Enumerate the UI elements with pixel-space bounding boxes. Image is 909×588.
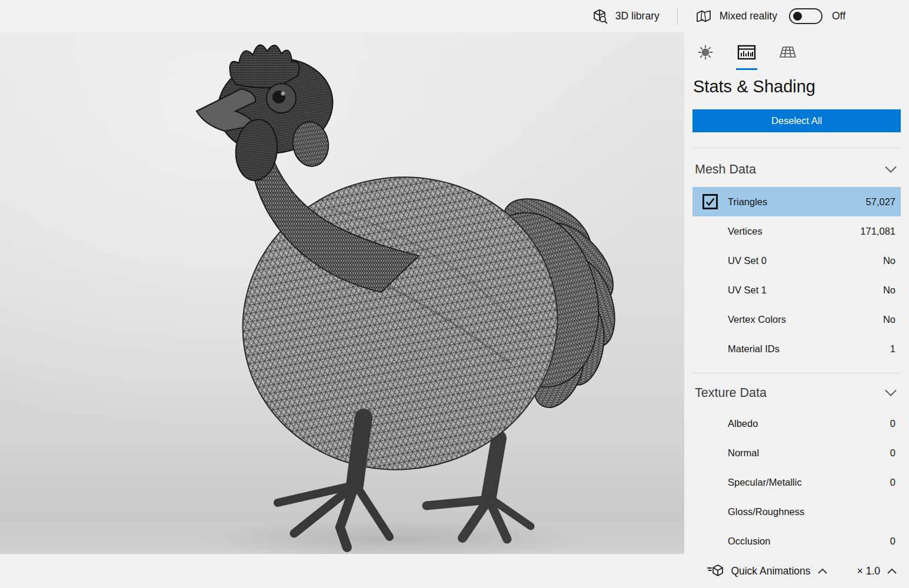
chevron-up-icon xyxy=(817,567,828,574)
chevron-down-icon xyxy=(884,389,897,397)
active-tab-underline xyxy=(736,68,757,70)
mixed-reality-state-label: Off xyxy=(832,10,845,22)
stat-value: 0 xyxy=(890,418,895,429)
mixed-reality-button[interactable]: Mixed reality xyxy=(690,5,778,28)
stat-row-uv-set-1[interactable]: UV Set 1 No xyxy=(692,275,901,305)
3d-library-button[interactable]: 3D library xyxy=(586,5,665,28)
stat-row-uv-set-0[interactable]: UV Set 0 No xyxy=(692,246,901,275)
sun-icon xyxy=(697,44,714,61)
quick-animations-label: Quick Animations xyxy=(731,565,810,577)
3d-cube-search-icon xyxy=(592,8,608,24)
3d-viewer-app: 3D library Mixed reality Off xyxy=(0,0,909,588)
stat-label: UV Set 0 xyxy=(728,255,767,266)
mixed-reality-toggle[interactable] xyxy=(789,8,823,24)
deselect-all-button[interactable]: Deselect All xyxy=(692,109,901,132)
stat-row-vertex-colors[interactable]: Vertex Colors No xyxy=(692,305,901,334)
bar-chart-window-icon xyxy=(737,44,756,61)
topbar-divider xyxy=(677,8,678,25)
texture-data-title: Texture Data xyxy=(695,386,767,400)
checked-checkbox-icon[interactable] xyxy=(702,194,718,209)
stat-label: Material IDs xyxy=(728,343,780,355)
stat-row-triangles[interactable]: Triangles 57,027 xyxy=(692,187,901,216)
stat-label: Specular/Metallic xyxy=(728,477,802,488)
stat-value: 0 xyxy=(890,477,895,488)
stat-label: Gloss/Roughness xyxy=(728,506,804,517)
playback-speed-button[interactable]: × 1.0 xyxy=(854,564,901,578)
topbar: 3D library Mixed reality Off xyxy=(0,0,909,32)
stat-label: Vertices xyxy=(728,226,763,237)
toggle-knob xyxy=(793,12,802,21)
3d-viewport[interactable] xyxy=(0,32,684,554)
stat-row-vertices[interactable]: Vertices 171,081 xyxy=(692,216,901,246)
stat-label: UV Set 1 xyxy=(728,285,767,296)
panel-tabs xyxy=(692,32,901,71)
mixed-reality-label: Mixed reality xyxy=(720,10,777,22)
stat-row-gloss-roughness[interactable]: Gloss/Roughness xyxy=(692,497,901,526)
stat-value: No xyxy=(883,285,895,296)
mesh-data-title: Mesh Data xyxy=(695,162,756,177)
stat-label: Normal xyxy=(728,447,759,459)
bottombar: Quick Animations × 1.0 xyxy=(0,554,909,588)
stat-label: Triangles xyxy=(728,196,767,208)
stat-row-material-ids[interactable]: Material IDs 1 xyxy=(692,334,901,363)
perspective-grid-icon xyxy=(778,44,797,61)
stat-row-specular-metallic[interactable]: Specular/Metallic 0 xyxy=(692,467,901,497)
mesh-data-section-header[interactable]: Mesh Data xyxy=(692,148,901,187)
stat-row-occlusion[interactable]: Occlusion 0 xyxy=(692,526,901,554)
wireframe-chicken-model xyxy=(0,32,684,554)
tab-lighting[interactable] xyxy=(692,43,718,70)
quick-animations-button[interactable]: Quick Animations xyxy=(703,563,831,579)
cube-motion-icon xyxy=(707,564,724,578)
mixed-reality-icon xyxy=(695,9,712,24)
chevron-down-icon xyxy=(884,165,897,173)
tab-environment[interactable] xyxy=(775,43,801,70)
stat-value: 0 xyxy=(890,447,895,459)
stats-panel: Stats & Shading Deselect All Mesh Data T… xyxy=(684,32,909,554)
stat-value: No xyxy=(883,314,895,325)
stat-value: 171,081 xyxy=(860,226,895,237)
stat-label: Occlusion xyxy=(728,536,770,547)
panel-title: Stats & Shading xyxy=(693,77,901,96)
texture-data-section-header[interactable]: Texture Data xyxy=(692,373,901,409)
stat-value: 57,027 xyxy=(866,196,895,208)
stat-value: 1 xyxy=(890,343,895,355)
stat-row-normal[interactable]: Normal 0 xyxy=(692,438,901,467)
playback-speed-label: × 1.0 xyxy=(857,565,880,577)
stat-label: Vertex Colors xyxy=(728,314,786,325)
stat-value: 0 xyxy=(890,536,895,547)
tab-stats-shading[interactable] xyxy=(734,43,760,70)
stat-value: No xyxy=(883,255,895,266)
stat-label: Albedo xyxy=(728,418,758,429)
3d-library-label: 3D library xyxy=(615,10,660,22)
chevron-up-icon xyxy=(887,567,897,574)
stat-row-albedo[interactable]: Albedo 0 xyxy=(692,409,901,438)
